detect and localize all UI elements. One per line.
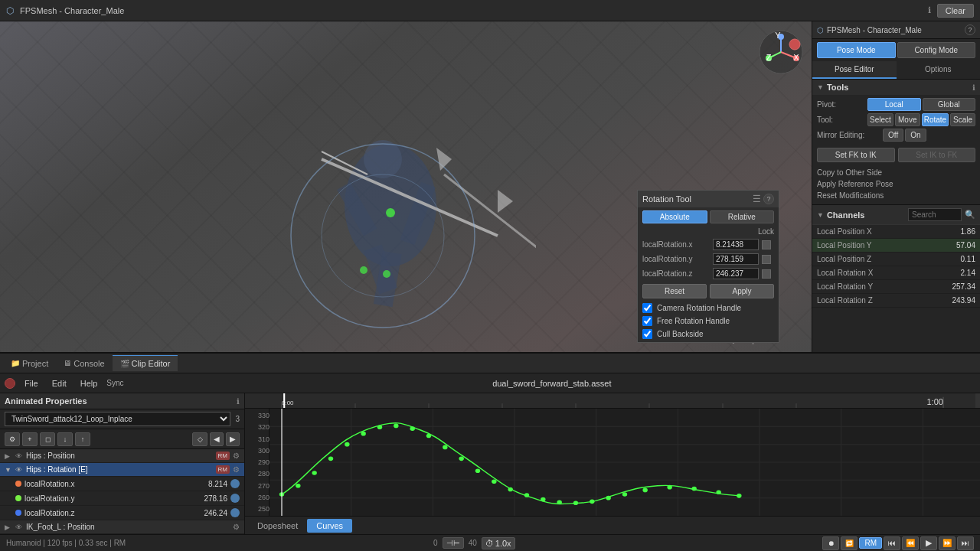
prop-hips-pos[interactable]: ▶ 👁 Hips : Position RM ⚙	[0, 449, 244, 463]
rot-y-toggle[interactable]	[762, 255, 771, 264]
mirror-label: Mirror Editing:	[817, 131, 878, 139]
edit-menu[interactable]: Edit	[47, 377, 71, 390]
move-btn[interactable]: Move	[895, 113, 920, 126]
skip-end-btn[interactable]: ⏭	[957, 536, 974, 550]
eye-ik[interactable]: 👁	[15, 523, 23, 531]
y-val-320: 320	[247, 423, 270, 431]
anim-props-info-icon[interactable]: ℹ	[237, 397, 240, 406]
step-back-btn[interactable]: ⏪	[902, 536, 919, 550]
file-menu[interactable]: File	[20, 377, 43, 390]
viewport-gizmo[interactable]: Y X Z	[756, 28, 805, 77]
rp-info-btn[interactable]: ?	[965, 24, 975, 35]
eye-icon[interactable]: 👁	[15, 452, 23, 460]
frame-end-btn[interactable]: ⊣⊢	[443, 537, 464, 549]
rotation-tool-info-icon[interactable]: ?	[763, 194, 774, 204]
rot-y-dot[interactable]	[230, 494, 240, 503]
svg-point-66	[524, 493, 529, 497]
apply-btn[interactable]: Apply	[710, 284, 774, 298]
rot-z-input[interactable]	[713, 268, 759, 279]
global-btn[interactable]: Global	[923, 98, 976, 111]
loop-btn[interactable]: 🔁	[841, 536, 858, 550]
channel-value-0: 1.86	[937, 227, 975, 236]
tab-curves[interactable]: Curves	[307, 519, 352, 533]
rot-y-input[interactable]	[713, 253, 759, 265]
tab-options[interactable]: Options	[897, 61, 981, 79]
rotate-btn[interactable]: Rotate	[922, 113, 949, 126]
play-btn[interactable]: ▶	[920, 536, 937, 550]
free-rotation-check[interactable]	[642, 316, 652, 326]
cull-backside-check[interactable]	[642, 329, 652, 339]
settings-ik[interactable]: ⚙	[233, 523, 240, 531]
playback-controls: ⏺ 🔁 RM ⏮ ⏪ ▶ ⏩ ⏭	[822, 536, 974, 550]
record-mode-btn[interactable]: ⏺	[822, 536, 839, 550]
set-fk-ik-btn[interactable]: Set FK to IK	[817, 148, 895, 162]
tools-info-icon[interactable]: ℹ	[972, 83, 975, 92]
ruler-mark-end: 1:00	[927, 397, 943, 406]
set-ik-fk-btn[interactable]: Set IK to FK	[898, 148, 976, 162]
tool-label: Tool:	[817, 116, 863, 124]
rm-btn[interactable]: RM	[859, 537, 882, 549]
prop-val-rot-z: 246.24	[193, 509, 227, 517]
badge-rm-0: RM	[216, 452, 230, 460]
prop-ik-foot-l[interactable]: ▶ 👁 IK_Foot_L : Position ⚙	[0, 520, 244, 534]
step-fwd-btn[interactable]: ⏩	[939, 536, 956, 550]
anim-tool-2[interactable]: +	[22, 432, 38, 446]
channels-search-input[interactable]	[908, 208, 962, 221]
select-btn[interactable]: Select	[867, 113, 893, 126]
anim-add-key[interactable]: ◇	[192, 432, 207, 446]
anim-tool-3[interactable]: ◻	[40, 432, 55, 446]
rot-z-dot[interactable]	[230, 508, 240, 517]
skip-start-btn[interactable]: ⏮	[884, 536, 900, 550]
dopesheet-curves-tabs: Dopesheet Curves	[245, 516, 980, 534]
rot-z-toggle[interactable]	[762, 269, 771, 279]
copy-other-side-link[interactable]: Copy to Other Side	[817, 167, 975, 178]
prop-local-rot-y[interactable]: localRotation.y 278.16	[0, 491, 244, 506]
eye-icon-rot[interactable]: 👁	[15, 466, 23, 474]
curve-editor[interactable]: 330 320 310 300 290 280 270 260 250	[245, 409, 980, 516]
prop-name-rot-y: localRotation.y	[24, 494, 190, 503]
anim-next-key[interactable]: ▶	[226, 432, 240, 446]
settings-icon-0[interactable]: ⚙	[233, 452, 240, 460]
anim-prev-key[interactable]: ◀	[210, 432, 224, 446]
record-btn[interactable]	[5, 378, 15, 389]
tab-console[interactable]: 🖥 Console	[56, 356, 112, 371]
config-mode-btn[interactable]: Config Mode	[897, 42, 976, 58]
channels-scroll[interactable]: Local Position X 1.86 Local Position Y 5…	[812, 224, 980, 352]
tab-project[interactable]: 📁 Project	[3, 356, 56, 371]
mirror-on-btn[interactable]: On	[905, 129, 926, 142]
local-btn[interactable]: Local	[867, 98, 921, 111]
camera-rotation-check[interactable]	[642, 303, 652, 313]
prop-local-rot-z[interactable]: localRotation.z 246.24	[0, 506, 244, 520]
tab-pose-editor[interactable]: Pose Editor	[812, 61, 897, 79]
prop-hips-rot[interactable]: ▼ 👁 Hips : Rotation [E] RM ⚙	[0, 463, 244, 477]
scale-btn[interactable]: Scale	[950, 113, 975, 126]
rot-x-toggle[interactable]	[762, 240, 771, 249]
tab-clip-editor[interactable]: 🎬 Clip Editor	[113, 355, 178, 371]
reset-btn[interactable]: Reset	[642, 284, 707, 298]
anim-tool-4[interactable]: ↓	[57, 432, 73, 446]
rot-x-dot[interactable]	[230, 479, 240, 488]
absolute-btn[interactable]: Absolute	[642, 210, 707, 223]
timeline-ruler[interactable]: 0:00	[245, 393, 980, 409]
rot-x-input[interactable]	[713, 239, 759, 250]
rotation-tool-menu-icon[interactable]: ☰	[753, 194, 761, 204]
anim-tool-1[interactable]: ⚙	[5, 432, 20, 446]
anim-tool-5[interactable]: ↑	[75, 432, 90, 446]
apply-ref-pose-link[interactable]: Apply Reference Pose	[817, 178, 975, 190]
mirror-off-btn[interactable]: Off	[883, 129, 903, 142]
speed-btn[interactable]: ⏱1.0x	[482, 537, 515, 549]
settings-icon-1[interactable]: ⚙	[233, 465, 240, 474]
pose-mode-btn[interactable]: Pose Mode	[817, 42, 896, 58]
clip-select[interactable]: TwinSword_attack12_Loop_Inplace	[5, 412, 230, 426]
reset-mods-link[interactable]: Reset Modifications	[817, 190, 975, 201]
prop-local-rot-x[interactable]: localRotation.x 8.214	[0, 477, 244, 491]
tab-dopesheet[interactable]: Dopesheet	[248, 519, 307, 533]
relative-btn[interactable]: Relative	[710, 210, 775, 223]
sync-btn[interactable]: Sync	[106, 379, 123, 387]
help-menu[interactable]: Help	[76, 377, 103, 390]
clear-button[interactable]: Clear	[937, 4, 974, 18]
prop-list[interactable]: ▶ 👁 Hips : Position RM ⚙ ▼ 👁 Hips : Rota…	[0, 449, 244, 534]
channel-value-4: 257.34	[937, 282, 975, 291]
viewport[interactable]: Y X Z ◁ Persp Rotation Tool ☰ ? Abs	[0, 21, 812, 352]
channels-arrow: ▼	[817, 211, 824, 219]
